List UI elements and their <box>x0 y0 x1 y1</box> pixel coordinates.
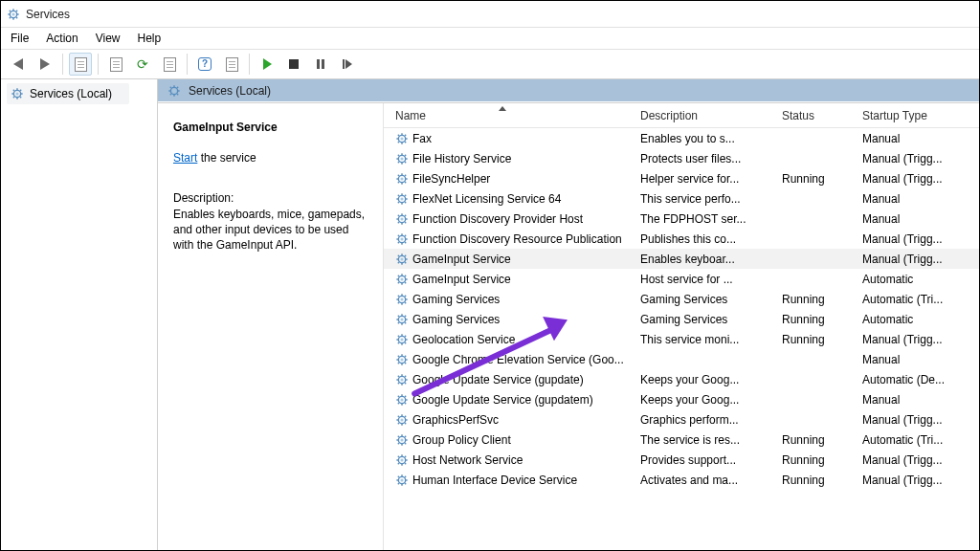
service-row[interactable]: Geolocation ServiceThis service moni...R… <box>384 329 979 349</box>
stop-service-button[interactable] <box>282 53 305 76</box>
nav-back-button[interactable] <box>7 53 30 76</box>
service-name: GraphicsPerfSvc <box>412 413 499 427</box>
gear-icon <box>395 172 409 186</box>
start-service-button[interactable] <box>256 53 278 76</box>
properties-button[interactable] <box>104 53 127 76</box>
service-description: Keeps your Goog... <box>640 373 782 386</box>
service-status: Running <box>782 333 862 346</box>
service-description: Graphics perform... <box>640 413 782 427</box>
service-row[interactable]: GameInput ServiceHost service for ...Aut… <box>384 269 979 289</box>
service-name: Google Chrome Elevation Service (Goo... <box>412 353 624 366</box>
nav-forward-button[interactable] <box>33 53 56 76</box>
service-description: Gaming Services <box>640 293 782 306</box>
service-startup-type: Manual (Trigg... <box>862 413 979 427</box>
title-bar: Services <box>1 1 979 28</box>
service-description: Host service for ... <box>640 273 782 286</box>
service-name: Gaming Services <box>412 313 500 326</box>
gear-icon <box>395 393 409 407</box>
service-row[interactable]: Gaming ServicesGaming ServicesRunningAut… <box>384 309 979 329</box>
service-startup-type: Manual (Trigg... <box>862 474 979 487</box>
service-description: This service perfo... <box>640 192 782 206</box>
content-header: Services (Local) <box>158 79 979 102</box>
service-description: Enables keyboar... <box>640 253 782 266</box>
service-row[interactable]: Google Chrome Elevation Service (Goo...M… <box>384 349 979 369</box>
service-startup-type: Manual <box>862 132 979 145</box>
service-name: Host Network Service <box>412 453 523 467</box>
service-name: Geolocation Service <box>412 333 515 346</box>
column-name[interactable]: Name <box>395 109 640 122</box>
service-description: Publishes this co... <box>640 232 782 246</box>
gear-icon <box>395 192 409 206</box>
service-name: FlexNet Licensing Service 64 <box>412 192 561 206</box>
gear-icon <box>395 273 409 286</box>
service-name: Function Discovery Provider Host <box>412 212 583 226</box>
menu-action[interactable]: Action <box>46 32 78 45</box>
gear-icon <box>11 87 24 100</box>
column-description[interactable]: Description <box>640 109 782 122</box>
service-row[interactable]: FileSyncHelperHelper service for...Runni… <box>384 168 979 188</box>
help-button[interactable]: ? <box>193 53 216 76</box>
gear-icon <box>395 132 409 145</box>
service-row[interactable]: Host Network ServiceProvides support...R… <box>384 450 979 470</box>
grid-header: Name Description Status Startup Type <box>384 103 979 128</box>
gear-icon <box>395 313 409 326</box>
service-startup-type: Manual <box>862 212 979 226</box>
gear-icon <box>395 333 409 346</box>
column-startup-type[interactable]: Startup Type <box>862 109 979 122</box>
description-text: Enables keyboards, mice, gamepads, and o… <box>173 207 369 253</box>
service-row[interactable]: GameInput ServiceEnables keyboar...Manua… <box>384 249 979 269</box>
service-row[interactable]: FlexNet Licensing Service 64This service… <box>384 188 979 209</box>
service-row[interactable]: FaxEnables you to s...Manual <box>384 128 979 148</box>
service-startup-type: Manual (Trigg... <box>862 172 979 186</box>
window-title: Services <box>26 8 70 21</box>
service-name: Google Update Service (gupdate) <box>412 373 584 386</box>
service-row[interactable]: Group Policy ClientThe service is res...… <box>384 430 979 450</box>
gear-icon <box>395 293 409 306</box>
tree-node-services-local[interactable]: Services (Local) <box>7 83 129 104</box>
service-row[interactable]: Function Discovery Resource PublicationP… <box>384 229 979 249</box>
service-description: This service moni... <box>640 333 782 346</box>
sort-asc-icon <box>499 106 506 111</box>
service-name: Fax <box>412 132 432 145</box>
toolbar: ⟳ ? <box>1 49 979 79</box>
show-hide-tree-button[interactable] <box>69 53 92 76</box>
service-startup-type: Manual (Trigg... <box>862 232 979 246</box>
service-row[interactable]: Gaming ServicesGaming ServicesRunningAut… <box>384 289 979 309</box>
service-status: Running <box>782 172 862 186</box>
export-button[interactable] <box>158 53 181 76</box>
service-name: FileSyncHelper <box>412 172 490 186</box>
column-status[interactable]: Status <box>782 109 862 122</box>
service-description: Enables you to s... <box>640 132 782 145</box>
start-link[interactable]: Start <box>173 151 197 165</box>
menu-help[interactable]: Help <box>138 32 162 45</box>
service-status: Running <box>782 293 862 306</box>
service-row[interactable]: Google Update Service (gupdatem)Keeps yo… <box>384 389 979 409</box>
pause-service-button[interactable] <box>309 53 332 76</box>
service-row[interactable]: Human Interface Device ServiceActivates … <box>384 470 979 490</box>
service-row[interactable]: Google Update Service (gupdate)Keeps you… <box>384 369 979 389</box>
service-description: Gaming Services <box>640 313 782 326</box>
menu-view[interactable]: View <box>96 32 121 45</box>
service-row[interactable]: Function Discovery Provider HostThe FDPH… <box>384 209 979 229</box>
service-startup-type: Manual <box>862 353 979 366</box>
start-link-rest: the service <box>197 151 256 165</box>
service-row[interactable]: File History ServiceProtects user files.… <box>384 148 979 168</box>
service-startup-type: Automatic (Tri... <box>862 433 979 447</box>
options-button[interactable] <box>220 53 243 76</box>
description-label: Description: <box>173 191 369 205</box>
gear-icon <box>395 474 409 487</box>
detail-pane: GameInput Service Start the service Desc… <box>158 103 384 551</box>
gear-icon <box>395 433 409 447</box>
menu-file[interactable]: File <box>11 32 29 45</box>
menu-bar: File Action View Help <box>1 28 979 49</box>
restart-service-button[interactable] <box>336 53 359 76</box>
service-description: The FDPHOST ser... <box>640 212 782 226</box>
service-row[interactable]: GraphicsPerfSvcGraphics perform...Manual… <box>384 409 979 430</box>
service-name: GameInput Service <box>412 273 511 286</box>
service-status: Running <box>782 474 862 487</box>
refresh-button[interactable]: ⟳ <box>131 53 154 76</box>
service-name: Group Policy Client <box>412 433 511 447</box>
service-name: Human Interface Device Service <box>412 474 577 487</box>
detail-heading: GameInput Service <box>173 121 369 134</box>
service-description: Helper service for... <box>640 172 782 186</box>
